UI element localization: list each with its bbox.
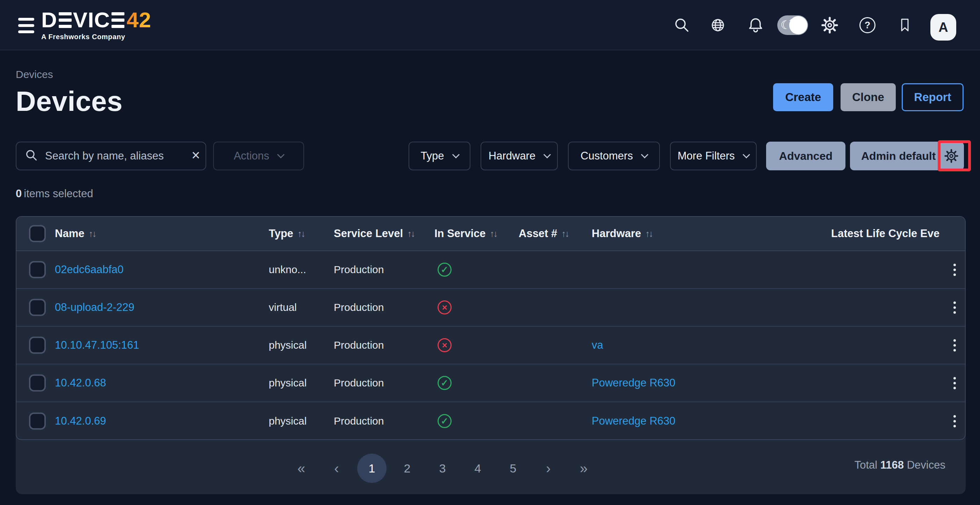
logo-42: 42 — [127, 9, 151, 31]
pagination-page-2[interactable]: 2 — [393, 454, 422, 483]
theme-toggle[interactable]: ☾ ✦ ✦ — [777, 15, 808, 35]
sort-icon[interactable]: ↑↓ — [407, 228, 414, 239]
column-header-type[interactable]: Type↑↓ — [269, 227, 304, 240]
column-header-in-service[interactable]: In Service↑↓ — [434, 227, 496, 240]
create-button[interactable]: Create — [773, 83, 833, 111]
column-header-hardware[interactable]: Hardware↑↓ — [592, 227, 652, 240]
hamburger-menu-icon[interactable] — [18, 18, 34, 33]
pagination-page-4[interactable]: 4 — [463, 454, 492, 483]
table-row: 08-upload-2-229 virtual Production × — [16, 289, 965, 327]
table-row: 02edc6aabfa0 unkno... Production ✓ — [16, 251, 965, 289]
search-box[interactable]: × — [16, 142, 206, 170]
row-menu-kebab-icon[interactable] — [948, 338, 961, 353]
in-service-yes-icon: ✓ — [438, 376, 452, 390]
type-filter-dropdown[interactable]: Type — [409, 142, 471, 170]
hardware-link[interactable]: Poweredge R630 — [592, 377, 676, 389]
column-header-asset[interactable]: Asset #↑↓ — [519, 227, 568, 240]
column-header-service-level[interactable]: Service Level↑↓ — [334, 227, 414, 240]
device-type: physical — [269, 339, 307, 351]
device-name-link[interactable]: 10.42.0.68 — [55, 377, 106, 389]
clear-search-icon[interactable]: × — [191, 148, 200, 162]
settings-gear-icon[interactable] — [820, 15, 840, 35]
select-all-checkbox[interactable] — [29, 225, 46, 242]
chevron-down-icon — [743, 151, 750, 158]
customers-filter-dropdown[interactable]: Customers — [568, 142, 660, 170]
chevron-down-icon — [277, 151, 285, 158]
in-service-yes-icon: ✓ — [438, 263, 452, 277]
column-header-life-cycle[interactable]: Latest Life Cycle Eve — [831, 227, 939, 240]
device-type: virtual — [269, 301, 297, 313]
row-menu-kebab-icon[interactable] — [948, 262, 961, 277]
help-icon[interactable]: ? — [858, 15, 877, 35]
logo-e-icon — [59, 12, 72, 28]
sort-icon[interactable]: ↑↓ — [88, 228, 95, 239]
pagination-prev-button[interactable]: ‹ — [322, 454, 351, 483]
row-checkbox[interactable] — [29, 261, 46, 279]
in-service-no-icon: × — [438, 300, 452, 314]
selection-count: 0 — [16, 188, 22, 200]
clone-button[interactable]: Clone — [840, 83, 896, 111]
admin-default-button[interactable]: Admin default — [850, 142, 964, 170]
logo-e-icon — [111, 12, 124, 28]
pagination: « ‹ 1 2 3 4 5 › » — [286, 453, 598, 483]
sort-icon[interactable]: ↑↓ — [561, 228, 568, 239]
column-header-name[interactable]: Name↑↓ — [55, 227, 95, 240]
view-settings-gear-icon[interactable] — [943, 148, 959, 166]
search-icon[interactable] — [672, 15, 692, 35]
row-checkbox[interactable] — [29, 374, 46, 392]
table-row: 10.42.0.68 physical Production ✓ Powered… — [16, 365, 965, 402]
more-filters-dropdown[interactable]: More Filters — [670, 142, 757, 170]
chevron-down-icon — [544, 151, 551, 158]
topbar: D VIC 42 A Freshworks Company ☾ ✦ ✦ — [0, 0, 980, 50]
notifications-bell-icon[interactable] — [746, 15, 765, 35]
service-level: Production — [334, 377, 384, 389]
advanced-button[interactable]: Advanced — [766, 142, 845, 170]
hardware-filter-dropdown[interactable]: Hardware — [480, 142, 558, 170]
page-title: Devices — [16, 85, 123, 118]
row-checkbox[interactable] — [29, 413, 46, 430]
hardware-link[interactable]: va — [592, 339, 603, 352]
in-service-no-icon: × — [438, 338, 452, 352]
devices-table: Name↑↓ Type↑↓ Service Level↑↓ In Service… — [16, 216, 966, 440]
hardware-link[interactable]: Poweredge R630 — [592, 415, 676, 427]
sort-icon[interactable]: ↑↓ — [490, 228, 496, 239]
total-devices-count: Total 1168 Devices — [854, 459, 945, 472]
device-name-link[interactable]: 02edc6aabfa0 — [55, 263, 124, 276]
logo-subtitle: A Freshworks Company — [41, 33, 151, 41]
row-checkbox[interactable] — [29, 337, 46, 354]
user-avatar[interactable]: A — [931, 14, 956, 41]
pagination-page-5[interactable]: 5 — [498, 454, 528, 483]
pagination-last-button[interactable]: » — [569, 454, 598, 483]
device-name-link[interactable]: 10.10.47.105:161 — [55, 339, 139, 352]
pagination-page-1[interactable]: 1 — [357, 454, 387, 483]
table-header-row: Name↑↓ Type↑↓ Service Level↑↓ In Service… — [16, 217, 965, 251]
device-type: physical — [269, 377, 307, 389]
bookmark-icon[interactable] — [895, 15, 915, 35]
device-name-link[interactable]: 08-upload-2-229 — [55, 301, 135, 314]
breadcrumb[interactable]: Devices — [16, 69, 53, 80]
report-button[interactable]: Report — [902, 83, 964, 111]
pagination-page-3[interactable]: 3 — [428, 454, 457, 483]
pagination-first-button[interactable]: « — [286, 454, 316, 483]
search-icon — [25, 149, 38, 163]
search-input[interactable] — [45, 150, 185, 162]
actions-dropdown[interactable]: Actions — [213, 142, 304, 170]
row-menu-kebab-icon[interactable] — [948, 375, 961, 390]
toggle-knob — [789, 16, 807, 34]
chevron-down-icon — [641, 151, 648, 158]
pagination-next-button[interactable]: › — [534, 454, 563, 483]
table-row: 10.10.47.105:161 physical Production × v… — [16, 327, 965, 365]
row-menu-kebab-icon[interactable] — [948, 413, 961, 429]
sort-icon[interactable]: ↑↓ — [298, 228, 304, 239]
device-type: physical — [269, 415, 307, 427]
logo-text-d: D — [41, 9, 57, 31]
sort-icon[interactable]: ↑↓ — [645, 228, 652, 239]
service-level: Production — [334, 264, 384, 276]
device-type: unkno... — [269, 264, 306, 276]
globe-icon[interactable] — [708, 15, 728, 35]
row-checkbox[interactable] — [29, 299, 46, 316]
service-level: Production — [334, 301, 384, 313]
in-service-yes-icon: ✓ — [438, 414, 452, 428]
device-name-link[interactable]: 10.42.0.69 — [55, 415, 106, 427]
row-menu-kebab-icon[interactable] — [948, 300, 961, 315]
